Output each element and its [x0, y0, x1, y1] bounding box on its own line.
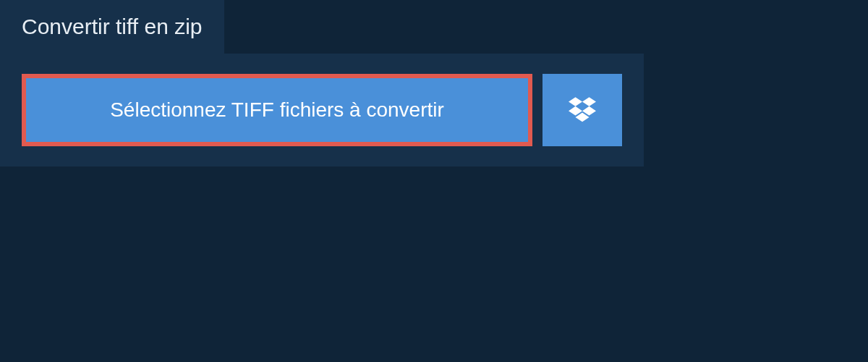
select-files-button[interactable]: Sélectionnez TIFF fichiers à convertir	[22, 74, 532, 146]
dropbox-icon	[569, 95, 596, 125]
page-title-tab: Convertir tiff en zip	[0, 0, 224, 54]
select-files-label: Sélectionnez TIFF fichiers à convertir	[110, 98, 444, 122]
upload-panel: Sélectionnez TIFF fichiers à convertir	[0, 54, 644, 167]
page-title: Convertir tiff en zip	[22, 14, 203, 38]
button-row: Sélectionnez TIFF fichiers à convertir	[22, 74, 622, 146]
dropbox-button[interactable]	[542, 74, 622, 146]
